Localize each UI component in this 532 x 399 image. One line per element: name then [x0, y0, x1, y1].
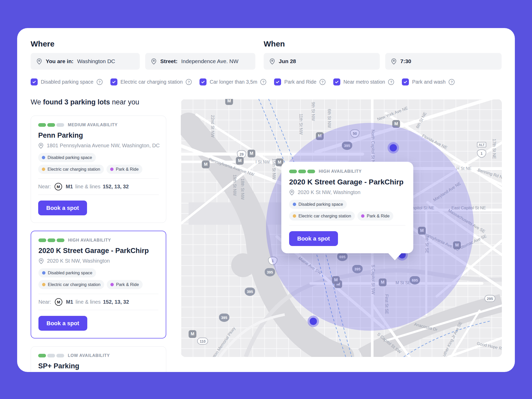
check-icon [32, 80, 36, 84]
availability-row: LOW AVAILABILITY [38, 353, 159, 358]
tag-dot [110, 283, 114, 286]
results-suffix: near you [110, 98, 139, 106]
filter-label: Park and wash [412, 79, 445, 85]
filter-label: Car longer than 3,5m [210, 79, 257, 85]
filter-checkbox[interactable] [31, 78, 38, 85]
when-section-title: When [264, 39, 285, 48]
parking-lot-name: 2020 K Street Garage - ParkChirp [38, 247, 158, 255]
date-field[interactable]: Jun 28 [264, 53, 380, 70]
street-label: 17th St NE [492, 139, 496, 159]
availability-row: HIGH AVAILABILITY [289, 169, 405, 174]
filter-item: Park and wash ? [402, 78, 455, 85]
metro-station-icon: M [248, 150, 255, 157]
divider [289, 225, 405, 225]
route-shield: 395 [219, 314, 229, 322]
street-label: I St NW [255, 160, 270, 164]
metro-station-icon: M [189, 330, 196, 338]
route-shield: 110 [197, 338, 208, 345]
check-icon [112, 80, 116, 84]
main-panel: Where When You are in: Washington DC Str… [17, 28, 515, 372]
location-pin-icon [391, 58, 397, 65]
parking-lot-address: 1801 Pennsylvania Avenue NW, Washington,… [38, 142, 159, 149]
near-label: Near: [38, 184, 51, 190]
results-count: found 3 parking lots [43, 98, 110, 106]
filter-checkbox[interactable] [110, 78, 117, 85]
help-icon[interactable]: ? [97, 79, 103, 85]
feature-tag: Park & Ride [107, 165, 142, 174]
parking-lot-card[interactable]: LOW AVAILABILITY SP+ Parking 1318 D St S… [31, 346, 166, 372]
street-label: 6th St NE [415, 111, 428, 129]
bus-routes: 152, 13, 32 [103, 184, 129, 190]
book-a-spot-button[interactable]: Book a spot [38, 316, 87, 331]
parking-lot-address: 2020 K St NW, Washington [289, 189, 405, 196]
help-icon[interactable]: ? [449, 79, 455, 85]
street-label: 6th St NW [327, 109, 331, 128]
parking-lot-card[interactable]: HIGH AVAILABILITY 2020 K Street Garage -… [31, 231, 166, 338]
street-label: Street: [160, 58, 178, 64]
location-pin-icon [38, 258, 44, 264]
transit-text: line & lines [75, 184, 101, 190]
street-label: 22nd St NW [210, 115, 215, 137]
metro-logo-icon: M [55, 183, 62, 190]
filter-item: Disabled parking space ? [31, 78, 103, 85]
parking-lot-name: 2020 K Street Garage - ParkChirp [289, 178, 405, 186]
parking-lot-name: Penn Parking [38, 131, 159, 139]
street-field[interactable]: Street: Independence Ave. NW [145, 53, 255, 70]
parking-lot-card[interactable]: MEDIUM AVAILABILITY Penn Parking 1801 Pe… [31, 116, 166, 223]
book-a-spot-button[interactable]: Book a spot [38, 201, 87, 215]
where-section-title: Where [31, 39, 55, 48]
street-label: 9th St NW [311, 102, 315, 121]
feature-tag: Disabled parking space [38, 268, 96, 277]
parking-map-marker[interactable] [308, 316, 319, 327]
street-label: 15th St NW [271, 158, 276, 180]
route-shield: 29 [237, 150, 246, 158]
marker-dot [310, 318, 317, 325]
map-popup: HIGH AVAILABILITY 2020 K Street Garage -… [281, 162, 413, 253]
availability-meter [38, 123, 64, 127]
tag-dot [293, 203, 296, 206]
availability-label: HIGH AVAILABILITY [319, 169, 362, 174]
address-text: 2020 K St NW, Washington [298, 189, 361, 195]
help-icon[interactable]: ? [320, 79, 325, 85]
street-label: 18th St NW [240, 178, 245, 200]
help-icon[interactable]: ? [260, 79, 266, 85]
feature-tag: Electric car charging station [38, 280, 104, 289]
street-value: Independence Ave. NW [181, 58, 238, 64]
results-prefix: We [31, 98, 43, 106]
tag-dot [361, 214, 364, 218]
check-icon [275, 80, 280, 84]
check-icon [201, 80, 205, 84]
street-label: S Capitol St SW [376, 332, 402, 355]
location-pin-icon [269, 58, 275, 65]
map[interactable]: 22nd St NWPennsylvania Avenue NW19th St … [181, 99, 502, 357]
street-label: Benning Rd NE [477, 168, 502, 180]
availability-meter [38, 354, 64, 357]
street-label: New York Ave NE [376, 106, 408, 122]
availability-label: HIGH AVAILABILITY [68, 238, 111, 243]
metro-station-icon: M [202, 161, 210, 168]
street-label: Good Hope Rd [476, 341, 502, 351]
filter-checkbox[interactable] [274, 78, 281, 85]
results-summary: We found 3 parking lots near you [31, 98, 139, 106]
filter-checkbox[interactable] [333, 78, 340, 85]
current-location-field[interactable]: You are in: Washington DC [31, 53, 140, 70]
availability-label: LOW AVAILABILITY [68, 353, 110, 358]
feature-tag: Disabled parking space [38, 153, 96, 162]
help-icon[interactable]: ? [186, 79, 192, 85]
transit-text: line & lines [76, 299, 101, 305]
book-a-spot-button[interactable]: Book a spot [289, 231, 338, 246]
street-label: Washington Memorial Pkwy [203, 326, 236, 357]
help-icon[interactable]: ? [388, 79, 394, 85]
filter-checkbox[interactable] [402, 78, 409, 85]
tag-dot [42, 271, 45, 275]
filter-label: Electric car charging station [121, 79, 183, 85]
feature-tag: Electric car charging station [38, 165, 104, 174]
popup-tail [387, 252, 402, 260]
bus-routes: 152, 13, 32 [103, 299, 129, 305]
transit-info: Near: M M1 line & lines 152, 13, 32 [38, 179, 159, 195]
time-value: 7:30 [400, 58, 411, 64]
street-label: Anacostia Dr [414, 322, 438, 332]
filter-checkbox[interactable] [200, 78, 207, 85]
address-text: 1801 Pennsylvania Avenue NW, Washington,… [47, 143, 160, 149]
time-field[interactable]: 7:30 [385, 53, 502, 70]
